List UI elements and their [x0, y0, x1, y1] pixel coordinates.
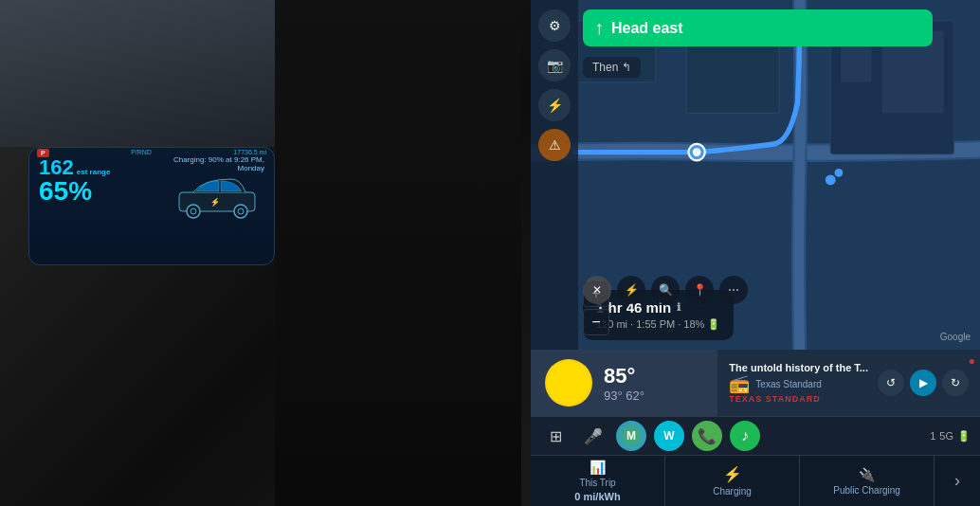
- weather-high: 85°: [604, 364, 644, 389]
- media-text: The untold history of the T... 📻 Texas S…: [729, 362, 868, 404]
- nav-details: 110 mi · 1:55 PM · 18% 🔋: [596, 318, 720, 331]
- weather-low: 93° 62°: [604, 389, 644, 403]
- nav-sub-direction: Then ↰: [583, 57, 641, 78]
- svg-point-4: [238, 208, 244, 214]
- bolt-icon[interactable]: ⚡: [538, 89, 571, 121]
- dismiss-button[interactable]: ✕: [583, 276, 611, 304]
- google-maps-button[interactable]: M: [616, 421, 646, 451]
- google-label: Google: [940, 332, 971, 342]
- phone-button[interactable]: 📞: [692, 421, 722, 451]
- station-logo-text: TEXAS STANDARD: [729, 394, 868, 404]
- center-console: POWER START STOP: [275, 0, 521, 506]
- grid-button[interactable]: ⊞: [540, 421, 571, 451]
- media-close-button[interactable]: ●: [969, 354, 975, 368]
- more-tab[interactable]: ›: [935, 456, 980, 506]
- pin-button[interactable]: 📍: [685, 276, 714, 304]
- public-charging-label: Public Charging: [833, 485, 900, 496]
- filter-button[interactable]: ⚡: [617, 276, 645, 304]
- weather-widget: 85° 93° 62°: [531, 350, 717, 416]
- svg-text:⚡: ⚡: [210, 197, 220, 207]
- tablet-toolbar: ⚙ 📷 ⚡ ⚠: [531, 0, 578, 350]
- rnd-label: P/RND: [131, 149, 152, 157]
- trip-label: This Trip: [579, 478, 615, 488]
- more-button[interactable]: ⋯: [719, 276, 748, 304]
- forward-button[interactable]: ↻: [942, 370, 969, 396]
- charging-status-text: Charging: 90% at 9:26 PM, Monday: [170, 155, 264, 172]
- nav-direction-arrow: ↑: [594, 17, 604, 39]
- chevron-right-icon: ›: [954, 471, 960, 491]
- nav-arrival: 1:55 PM: [636, 318, 675, 330]
- svg-point-16: [835, 169, 844, 177]
- alert-icon[interactable]: ⚠: [538, 129, 571, 161]
- nav-direction-text: Head east: [611, 20, 683, 37]
- odometer: 17736.5 mi: [233, 149, 266, 157]
- svg-point-15: [826, 175, 836, 186]
- camera-icon[interactable]: 📷: [538, 49, 571, 81]
- tablet-screen: William Cannon Dr ⚙ 📷 ⚡ ⚠ ↑ Head east Th…: [531, 0, 980, 506]
- svg-point-2: [191, 208, 196, 214]
- spotify-button[interactable]: ♪: [730, 421, 760, 451]
- media-widget: The untold history of the T... 📻 Texas S…: [717, 350, 980, 416]
- trip-value: 0 mi/kWh: [574, 491, 620, 502]
- map-area[interactable]: William Cannon Dr ⚙ 📷 ⚡ ⚠ ↑ Head east Th…: [531, 0, 980, 350]
- sun-icon: [545, 359, 592, 407]
- media-title: The untold history of the T...: [729, 362, 868, 373]
- media-station-logo: 📻: [729, 373, 750, 394]
- rewind-button[interactable]: ↺: [878, 370, 904, 396]
- media-weather-row: 85° 93° 62° The untold history of the T.…: [531, 350, 980, 417]
- bottom-tabs: 📊 This Trip 0 mi/kWh ⚡ Charging 🔌 Public…: [531, 456, 980, 506]
- media-station: Texas Standard: [755, 379, 822, 389]
- charging-tab[interactable]: ⚡ Charging: [665, 456, 800, 506]
- dashboard-cluster: 162 est range Charging: 90% at 9:26 PM, …: [28, 147, 275, 265]
- signal-strength: 1: [930, 430, 935, 442]
- settings-icon[interactable]: ⚙: [538, 9, 571, 42]
- gear-indicator: P: [37, 149, 49, 157]
- app-bar: ⊞ 🎤 M W 📞 ♪ 1 5G 🔋: [531, 417, 980, 456]
- charging-icon: ⚡: [723, 465, 742, 483]
- waze-button[interactable]: W: [654, 421, 684, 451]
- play-button[interactable]: ▶: [910, 370, 936, 396]
- search-map-button[interactable]: 🔍: [651, 276, 680, 304]
- charging-label: Charging: [713, 486, 752, 497]
- zoom-out-button[interactable]: −: [583, 309, 609, 335]
- battery-percent: 65%: [39, 176, 92, 207]
- public-charging-tab[interactable]: 🔌 Public Charging: [800, 456, 935, 506]
- public-charging-icon: 🔌: [859, 467, 875, 482]
- svg-point-14: [693, 148, 701, 156]
- weather-temps: 85° 93° 62°: [604, 364, 644, 403]
- mic-button[interactable]: 🎤: [578, 421, 608, 451]
- window-area: [0, 0, 275, 147]
- nav-banner: ↑ Head east: [583, 9, 933, 46]
- car-illustration: ⚡: [170, 172, 264, 224]
- network-type: 5G: [939, 430, 953, 442]
- status-bar: 1 5G 🔋: [930, 430, 971, 443]
- nav-battery: 18%: [683, 318, 704, 330]
- battery-icon: 🔋: [957, 430, 971, 443]
- range-unit: est range: [77, 168, 111, 176]
- trip-icon: 📊: [590, 460, 606, 475]
- tablet-bottom: 85° 93° 62° The untold history of the T.…: [531, 350, 980, 506]
- cluster-bottom-bar: P P/RND 17736.5 mi: [29, 149, 274, 157]
- this-trip-tab[interactable]: 📊 This Trip 0 mi/kWh: [531, 456, 665, 506]
- media-controls: ↺ ▶ ↻: [878, 370, 969, 396]
